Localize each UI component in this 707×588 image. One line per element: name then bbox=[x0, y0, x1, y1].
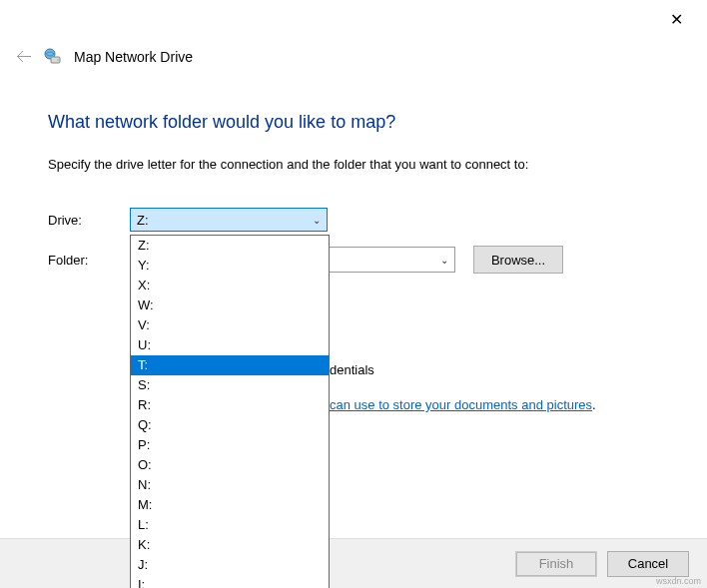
wizard-header: 🡠 Map Network Drive bbox=[16, 48, 193, 66]
drive-option[interactable]: Z: bbox=[131, 236, 329, 256]
network-drive-icon bbox=[44, 48, 62, 66]
drive-option[interactable]: P: bbox=[131, 435, 329, 455]
drive-option[interactable]: J: bbox=[131, 555, 329, 575]
drive-option[interactable]: I: bbox=[131, 575, 329, 588]
drive-option[interactable]: S: bbox=[131, 375, 329, 395]
drive-dropdown[interactable]: Z: ⌄ Z:Y:X:W:V:U:T:S:R:Q:P:O:N:M:L:K:J:I… bbox=[130, 208, 328, 232]
drive-option[interactable]: O: bbox=[131, 455, 329, 475]
chevron-down-icon: ⌄ bbox=[313, 215, 321, 226]
page-heading: What network folder would you like to ma… bbox=[48, 112, 677, 133]
watermark: wsxdn.com bbox=[656, 576, 701, 586]
chevron-down-icon[interactable]: ⌄ bbox=[440, 255, 448, 266]
drive-option[interactable]: R: bbox=[131, 395, 329, 415]
drive-option[interactable]: T: bbox=[131, 355, 329, 375]
drive-option[interactable]: U: bbox=[131, 335, 329, 355]
browse-button[interactable]: Browse... bbox=[473, 246, 563, 274]
svg-point-2 bbox=[57, 59, 59, 61]
drive-option[interactable]: K: bbox=[131, 535, 329, 555]
drive-option[interactable]: Q: bbox=[131, 415, 329, 435]
drive-option[interactable]: Y: bbox=[131, 256, 329, 276]
cancel-button[interactable]: Cancel bbox=[607, 551, 689, 577]
drive-option[interactable]: L: bbox=[131, 515, 329, 535]
drive-option[interactable]: V: bbox=[131, 315, 329, 335]
drive-option[interactable]: N: bbox=[131, 475, 329, 495]
drive-option[interactable]: X: bbox=[131, 276, 329, 295]
folder-label: Folder: bbox=[48, 253, 130, 268]
period: . bbox=[592, 397, 596, 412]
back-arrow-icon: 🡠 bbox=[16, 48, 32, 66]
website-link-fragment[interactable]: can use to store your documents and pict… bbox=[330, 397, 592, 412]
drive-selected-value: Z: bbox=[137, 213, 149, 228]
drive-option[interactable]: M: bbox=[131, 495, 329, 515]
drive-option[interactable]: W: bbox=[131, 295, 329, 315]
page-subtext: Specify the drive letter for the connect… bbox=[48, 157, 677, 172]
drive-dropdown-list[interactable]: Z:Y:X:W:V:U:T:S:R:Q:P:O:N:M:L:K:J:I: bbox=[130, 235, 330, 588]
finish-button: Finish bbox=[515, 551, 597, 577]
credentials-text-fragment: dentials bbox=[330, 362, 374, 377]
close-button[interactable]: ✕ bbox=[664, 8, 689, 31]
window-title: Map Network Drive bbox=[74, 49, 193, 65]
drive-label: Drive: bbox=[48, 213, 130, 228]
wizard-footer: Finish Cancel bbox=[0, 538, 707, 588]
